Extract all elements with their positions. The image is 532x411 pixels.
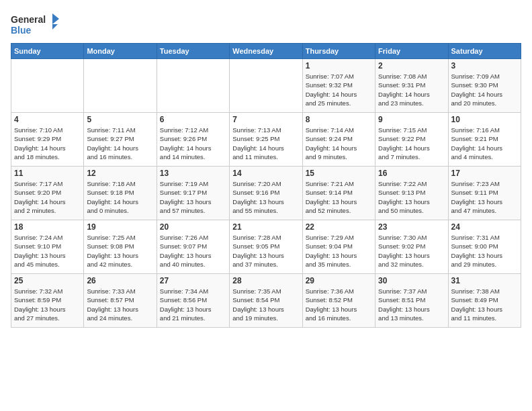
day-number: 5 xyxy=(87,115,153,124)
calendar-cell: 4Sunrise: 7:10 AMSunset: 9:29 PMDaylight… xyxy=(11,113,84,167)
calendar-cell: 28Sunrise: 7:35 AMSunset: 8:54 PMDayligh… xyxy=(230,274,302,328)
day-number: 10 xyxy=(451,115,518,124)
calendar-cell: 5Sunrise: 7:11 AMSunset: 9:27 PMDaylight… xyxy=(84,113,157,167)
day-number: 17 xyxy=(451,169,518,178)
day-number: 4 xyxy=(14,115,81,124)
calendar-cell: 10Sunrise: 7:16 AMSunset: 9:21 PMDayligh… xyxy=(448,113,521,167)
day-number: 18 xyxy=(14,222,81,232)
day-number: 25 xyxy=(14,276,81,285)
calendar-cell: 14Sunrise: 7:20 AMSunset: 9:16 PMDayligh… xyxy=(230,167,302,220)
day-info: Sunrise: 7:20 AMSunset: 9:16 PMDaylight:… xyxy=(232,179,299,215)
svg-text:Blue: Blue xyxy=(11,25,32,36)
day-info: Sunrise: 7:35 AMSunset: 8:54 PMDaylight:… xyxy=(232,287,299,322)
day-number: 11 xyxy=(14,169,81,178)
calendar-cell: 17Sunrise: 7:23 AMSunset: 9:11 PMDayligh… xyxy=(448,167,521,220)
calendar-cell: 7Sunrise: 7:13 AMSunset: 9:25 PMDaylight… xyxy=(230,113,302,167)
day-info: Sunrise: 7:34 AMSunset: 8:56 PMDaylight:… xyxy=(160,287,226,322)
calendar-cell xyxy=(84,59,157,113)
calendar-cell: 16Sunrise: 7:22 AMSunset: 9:13 PMDayligh… xyxy=(375,167,448,220)
day-info: Sunrise: 7:30 AMSunset: 9:02 PMDaylight:… xyxy=(378,233,445,269)
day-number: 19 xyxy=(87,222,153,232)
day-number: 26 xyxy=(87,276,153,285)
day-number: 15 xyxy=(306,169,372,178)
calendar-week-3: 11Sunrise: 7:17 AMSunset: 9:20 PMDayligh… xyxy=(11,167,521,220)
day-info: Sunrise: 7:12 AMSunset: 9:26 PMDaylight:… xyxy=(160,126,226,161)
day-info: Sunrise: 7:15 AMSunset: 9:22 PMDaylight:… xyxy=(378,126,445,161)
day-info: Sunrise: 7:22 AMSunset: 9:13 PMDaylight:… xyxy=(378,179,445,215)
day-info: Sunrise: 7:36 AMSunset: 8:52 PMDaylight:… xyxy=(306,287,372,322)
day-number: 1 xyxy=(306,61,372,71)
day-number: 28 xyxy=(232,276,299,285)
day-number: 7 xyxy=(232,115,299,124)
calendar-cell: 6Sunrise: 7:12 AMSunset: 9:26 PMDaylight… xyxy=(157,113,229,167)
day-number: 13 xyxy=(160,169,226,178)
weekday-header-friday: Friday xyxy=(375,44,448,59)
weekday-header-saturday: Saturday xyxy=(448,44,521,59)
weekday-header-monday: Monday xyxy=(84,44,157,59)
calendar-cell: 19Sunrise: 7:25 AMSunset: 9:08 PMDayligh… xyxy=(84,220,157,274)
weekday-header-thursday: Thursday xyxy=(302,44,375,59)
day-info: Sunrise: 7:08 AMSunset: 9:31 PMDaylight:… xyxy=(378,72,445,107)
calendar-cell: 23Sunrise: 7:30 AMSunset: 9:02 PMDayligh… xyxy=(375,220,448,274)
day-info: Sunrise: 7:17 AMSunset: 9:20 PMDaylight:… xyxy=(14,179,81,215)
day-info: Sunrise: 7:38 AMSunset: 8:49 PMDaylight:… xyxy=(451,287,518,322)
calendar-cell xyxy=(157,59,229,113)
day-number: 29 xyxy=(306,276,372,285)
day-number: 31 xyxy=(451,276,518,285)
day-number: 21 xyxy=(232,222,299,232)
day-number: 6 xyxy=(160,115,226,124)
day-info: Sunrise: 7:11 AMSunset: 9:27 PMDaylight:… xyxy=(87,126,153,161)
calendar-cell: 26Sunrise: 7:33 AMSunset: 8:57 PMDayligh… xyxy=(84,274,157,328)
day-number: 2 xyxy=(378,61,445,71)
day-number: 23 xyxy=(378,222,445,232)
calendar-week-4: 18Sunrise: 7:24 AMSunset: 9:10 PMDayligh… xyxy=(11,220,521,274)
day-number: 27 xyxy=(160,276,226,285)
calendar-cell: 2Sunrise: 7:08 AMSunset: 9:31 PMDaylight… xyxy=(375,59,448,113)
day-number: 16 xyxy=(378,169,445,178)
day-number: 20 xyxy=(160,222,226,232)
calendar-cell: 13Sunrise: 7:19 AMSunset: 9:17 PMDayligh… xyxy=(157,167,229,220)
day-info: Sunrise: 7:26 AMSunset: 9:07 PMDaylight:… xyxy=(160,233,226,269)
day-number: 30 xyxy=(378,276,445,285)
calendar-cell: 11Sunrise: 7:17 AMSunset: 9:20 PMDayligh… xyxy=(11,167,84,220)
calendar-cell xyxy=(230,59,302,113)
calendar-cell: 22Sunrise: 7:29 AMSunset: 9:04 PMDayligh… xyxy=(302,220,375,274)
day-info: Sunrise: 7:23 AMSunset: 9:11 PMDaylight:… xyxy=(451,179,518,215)
weekday-header-sunday: Sunday xyxy=(11,44,84,59)
day-number: 24 xyxy=(451,222,518,232)
calendar-week-5: 25Sunrise: 7:32 AMSunset: 8:59 PMDayligh… xyxy=(11,274,521,328)
day-info: Sunrise: 7:09 AMSunset: 9:30 PMDaylight:… xyxy=(451,72,518,107)
day-info: Sunrise: 7:19 AMSunset: 9:17 PMDaylight:… xyxy=(160,179,226,215)
svg-text:General: General xyxy=(11,14,46,25)
calendar-cell: 8Sunrise: 7:14 AMSunset: 9:24 PMDaylight… xyxy=(302,113,375,167)
weekday-header-wednesday: Wednesday xyxy=(230,44,302,59)
day-number: 9 xyxy=(378,115,445,124)
calendar-week-2: 4Sunrise: 7:10 AMSunset: 9:29 PMDaylight… xyxy=(11,113,521,167)
calendar-cell: 18Sunrise: 7:24 AMSunset: 9:10 PMDayligh… xyxy=(11,220,84,274)
calendar-header-row: SundayMondayTuesdayWednesdayThursdayFrid… xyxy=(11,44,521,59)
day-info: Sunrise: 7:10 AMSunset: 9:29 PMDaylight:… xyxy=(14,126,81,161)
calendar-cell: 31Sunrise: 7:38 AMSunset: 8:49 PMDayligh… xyxy=(448,274,521,328)
calendar-table: SundayMondayTuesdayWednesdayThursdayFrid… xyxy=(11,43,521,328)
page-header: GeneralBlue xyxy=(11,11,521,38)
day-info: Sunrise: 7:25 AMSunset: 9:08 PMDaylight:… xyxy=(87,233,153,269)
day-info: Sunrise: 7:07 AMSunset: 9:32 PMDaylight:… xyxy=(306,72,372,107)
weekday-header-tuesday: Tuesday xyxy=(157,44,229,59)
calendar-cell: 21Sunrise: 7:28 AMSunset: 9:05 PMDayligh… xyxy=(230,220,302,274)
day-info: Sunrise: 7:14 AMSunset: 9:24 PMDaylight:… xyxy=(306,126,372,161)
day-info: Sunrise: 7:37 AMSunset: 8:51 PMDaylight:… xyxy=(378,287,445,322)
day-info: Sunrise: 7:29 AMSunset: 9:04 PMDaylight:… xyxy=(306,233,372,269)
calendar-cell: 20Sunrise: 7:26 AMSunset: 9:07 PMDayligh… xyxy=(157,220,229,274)
day-number: 8 xyxy=(306,115,372,124)
calendar-cell: 12Sunrise: 7:18 AMSunset: 9:18 PMDayligh… xyxy=(84,167,157,220)
calendar-cell: 29Sunrise: 7:36 AMSunset: 8:52 PMDayligh… xyxy=(302,274,375,328)
svg-marker-2 xyxy=(52,13,59,30)
calendar-cell: 15Sunrise: 7:21 AMSunset: 9:14 PMDayligh… xyxy=(302,167,375,220)
day-number: 12 xyxy=(87,169,153,178)
day-info: Sunrise: 7:32 AMSunset: 8:59 PMDaylight:… xyxy=(14,287,81,322)
day-info: Sunrise: 7:16 AMSunset: 9:21 PMDaylight:… xyxy=(451,126,518,161)
day-info: Sunrise: 7:33 AMSunset: 8:57 PMDaylight:… xyxy=(87,287,153,322)
day-info: Sunrise: 7:31 AMSunset: 9:00 PMDaylight:… xyxy=(451,233,518,269)
day-info: Sunrise: 7:21 AMSunset: 9:14 PMDaylight:… xyxy=(306,179,372,215)
calendar-week-1: 1Sunrise: 7:07 AMSunset: 9:32 PMDaylight… xyxy=(11,59,521,113)
